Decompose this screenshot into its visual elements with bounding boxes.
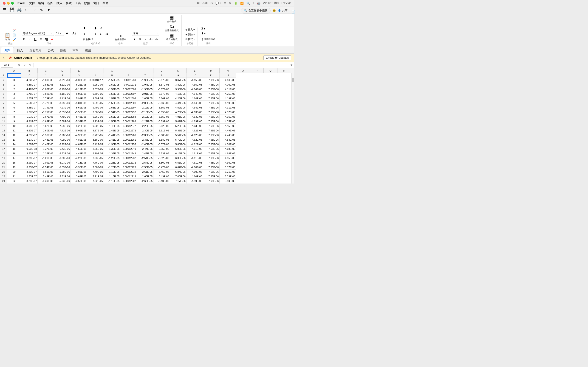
notification-close-button[interactable]: ×: [3, 56, 5, 60]
cell-r6c3[interactable]: -1.79E-05: [38, 96, 54, 101]
row-header-7[interactable]: 7: [0, 101, 7, 105]
row-header-8[interactable]: 8: [0, 105, 7, 110]
cell-r6c12[interactable]: -4.64E-05: [187, 96, 203, 101]
notification-icon[interactable]: 🤖: [257, 2, 260, 5]
cell-r9c3[interactable]: -1.71E-05: [38, 110, 54, 115]
cell-r2c5[interactable]: -6.30E-05: [71, 78, 87, 82]
scroll-thumb[interactable]: [292, 78, 294, 82]
cell-r6c9[interactable]: -2.05E-05: [137, 96, 153, 101]
tab-formulas[interactable]: 公式: [44, 48, 57, 53]
col-header-Q[interactable]: Q: [264, 68, 277, 73]
cell-r12c1[interactable]: 10: [7, 124, 21, 128]
cell-r22c6[interactable]: 7.40E-05: [87, 169, 104, 174]
cell-reference-box[interactable]: A1 ▼: [1, 63, 13, 68]
cell-r8c2[interactable]: 3.48E-07: [21, 105, 38, 110]
cell-r7c4[interactable]: -8.05E-06: [54, 101, 71, 105]
cell-r12c3[interactable]: -1.62E-05: [38, 124, 54, 128]
cell-r14c11[interactable]: 5.54E-06: [170, 133, 187, 137]
cell-r1c1[interactable]: [7, 73, 21, 78]
cell-r18c10[interactable]: -6.53E-06: [153, 151, 170, 156]
cell-r4c9[interactable]: -1.98E-05: [137, 87, 153, 92]
search-icon[interactable]: 🔍: [246, 2, 250, 5]
cell-r17c12[interactable]: -4.61E-05: [187, 147, 203, 151]
col-header-I[interactable]: I: [137, 68, 153, 73]
cell-r16c3[interactable]: -1.40E-05: [38, 142, 54, 147]
insert-function-button[interactable]: fx: [28, 64, 32, 67]
row-header-9[interactable]: 9: [0, 110, 7, 115]
tab-page-layout[interactable]: 页面布局: [26, 48, 44, 53]
cell-r12c5[interactable]: -5.22E-05: [71, 124, 87, 128]
cell-r11c7[interactable]: -1.50E-05: [104, 119, 120, 124]
cell-r13c2[interactable]: 4.50E-07: [21, 128, 38, 133]
cell-r17c1[interactable]: 15: [7, 147, 21, 151]
confirm-formula-icon[interactable]: ✓: [22, 63, 27, 67]
cell-r22c13[interactable]: -7.65E-06: [203, 169, 220, 174]
cell-r19c4[interactable]: -6.30E-06: [54, 156, 71, 160]
cut-button[interactable]: ✂️: [12, 28, 17, 32]
wrap-text-button[interactable]: 自动换行: [82, 37, 94, 42]
cell-r16c8[interactable]: 0.00012255: [120, 142, 137, 147]
cell-r11c2[interactable]: -4.91E-07: [21, 119, 38, 124]
cell-r19c11[interactable]: 6.35E-06: [170, 156, 187, 160]
cell-r6c7[interactable]: -1.57E-05: [104, 96, 120, 101]
undo-button[interactable]: ↩: [23, 6, 30, 14]
cell-r8c11[interactable]: 4.59E-06: [170, 105, 187, 110]
cell-r13c5[interactable]: -5.09E-05: [71, 128, 87, 133]
cell-r14c4[interactable]: -7.26E-06: [54, 133, 71, 137]
customize-button[interactable]: ▾: [45, 6, 52, 14]
cell-r2c8[interactable]: 0.0001231: [120, 78, 137, 82]
cell-r5c10[interactable]: -6.67E-06: [153, 92, 170, 96]
cell-r17c3[interactable]: -1.37E-05: [38, 147, 54, 151]
cell-r3c12[interactable]: -4.65E-05: [187, 82, 203, 87]
cell-r16c9[interactable]: -2.40E-05: [137, 142, 153, 147]
cell-r13c3[interactable]: -1.60E-05: [38, 128, 54, 133]
cell-r8c8[interactable]: 0.00012297: [120, 105, 137, 110]
cell-r12c2[interactable]: 3.05E-07: [21, 124, 38, 128]
cell-r16c6[interactable]: 8.42E-05: [87, 142, 104, 147]
menu-data[interactable]: 数据: [84, 1, 90, 5]
cell-r18c1[interactable]: 16: [7, 151, 21, 156]
cell-r2c6[interactable]: 0.00010017: [87, 78, 104, 82]
cell-r2c2[interactable]: -4.62E-07: [21, 78, 38, 82]
cell-r19c3[interactable]: -1.26E-05: [38, 156, 54, 160]
cell-r9c2[interactable]: 5.27E-07: [21, 110, 38, 115]
cell-r8c5[interactable]: -5.69E-05: [71, 105, 87, 110]
cell-r10c8[interactable]: 0.00012288: [120, 115, 137, 119]
cell-r17c4[interactable]: -6.73E-06: [54, 147, 71, 151]
cell-r25c5[interactable]: -3.38E-05: [71, 183, 87, 184]
cell-r20c5[interactable]: -4.13E-05: [71, 160, 87, 165]
cell-r11c1[interactable]: 9: [7, 119, 21, 124]
cell-r2c12[interactable]: -4.65E-05: [187, 78, 203, 82]
fill-button[interactable]: ⬇ ▾: [200, 31, 216, 35]
cell-r20c6[interactable]: 7.76E-05: [87, 160, 104, 165]
cell-r13c12[interactable]: -4.62E-05: [187, 128, 203, 133]
cell-r15c8[interactable]: 0.00012261: [120, 137, 137, 142]
cell-r6c2[interactable]: -2.87E-07: [21, 96, 38, 101]
cell-r18c7[interactable]: -1.33E-05: [104, 151, 120, 156]
vertical-scrollbar[interactable]: [291, 73, 294, 184]
cell-r25c11[interactable]: 7.33E-06: [170, 183, 187, 184]
cell-r24c14[interactable]: 5.50E-05: [220, 179, 236, 183]
cell-r12c12[interactable]: -4.63E-05: [187, 124, 203, 128]
cell-r13c8[interactable]: 0.00012272: [120, 128, 137, 133]
cell-r1c11[interactable]: 9: [170, 73, 187, 78]
cell-r4c8[interactable]: 0.00012309: [120, 87, 137, 92]
grid-cells[interactable]: 01234567891011120-4.62E-07-1.89E-05-8.21…: [7, 73, 291, 184]
cell-r10c6[interactable]: 9.26E-05: [87, 115, 104, 119]
cell-r5c2[interactable]: 5.76E-07: [21, 92, 38, 96]
cell-r22c1[interactable]: 20: [7, 169, 21, 174]
row-header-1[interactable]: 1: [0, 73, 7, 78]
cell-r9c5[interactable]: -5.58E-05: [71, 110, 87, 115]
row-header-11[interactable]: 11: [0, 119, 7, 124]
cell-r12c9[interactable]: -2.26E-05: [137, 124, 153, 128]
percent-button[interactable]: %: [138, 36, 143, 42]
col-header-F[interactable]: F: [87, 68, 104, 73]
cell-r21c12[interactable]: -4.60E-05: [187, 165, 203, 169]
cell-r20c4[interactable]: -6.07E-06: [54, 160, 71, 165]
cell-r15c13[interactable]: -7.65E-06: [203, 137, 220, 142]
cell-r24c2[interactable]: 3.24E-07: [21, 179, 38, 183]
cell-r25c12[interactable]: -4.59E-05: [187, 183, 203, 184]
fill-color-button[interactable]: A▓: [44, 36, 49, 42]
cell-r4c2[interactable]: -4.42E-07: [21, 87, 38, 92]
format-painter-button[interactable]: 🖌️: [12, 37, 17, 42]
